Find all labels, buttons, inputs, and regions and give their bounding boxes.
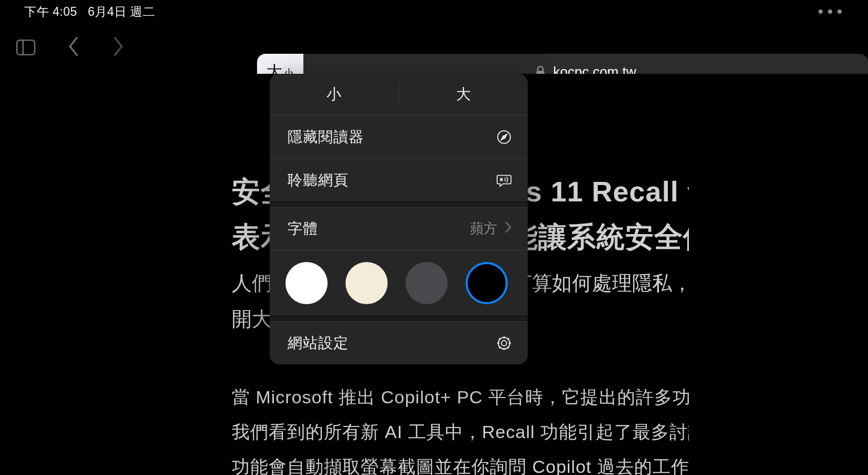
site-settings-label: 網站設定 — [288, 333, 349, 353]
text-size-segmented: 小 大 — [270, 74, 528, 115]
theme-sepia-swatch[interactable] — [346, 262, 388, 304]
article-body: 當 Microsoft 推出 Copilot+ PC 平台時，它提出的許多功能在… — [232, 380, 689, 475]
hide-reader-row[interactable]: 隱藏閱讀器 — [270, 115, 528, 158]
text-smaller-button[interactable]: 小 — [270, 74, 399, 115]
svg-rect-0 — [17, 40, 35, 54]
sidebar-toggle-icon[interactable] — [16, 37, 36, 60]
status-time: 下午 4:05 — [24, 4, 77, 20]
text-bigger-button[interactable]: 大 — [399, 74, 528, 115]
theme-black-swatch[interactable] — [466, 262, 508, 304]
group-separator — [270, 201, 528, 207]
theme-gray-swatch[interactable] — [406, 262, 448, 304]
status-bar: 下午 4:05 6月4日 週二 — [0, 0, 868, 23]
browser-toolbar: 大 小 kocpc.com.tw — [0, 23, 868, 74]
listen-label: 聆聽網頁 — [288, 170, 349, 190]
forward-button[interactable] — [112, 36, 124, 62]
back-button[interactable] — [67, 36, 80, 62]
site-settings-row[interactable]: 網站設定 — [270, 321, 528, 364]
chevron-right-icon — [505, 220, 512, 237]
multitask-dots-icon[interactable] — [818, 9, 842, 14]
theme-white-swatch[interactable] — [285, 262, 328, 304]
compass-icon — [496, 129, 512, 145]
svg-point-7 — [498, 337, 510, 349]
font-value: 蘋方 — [470, 219, 497, 238]
status-date: 6月4日 週二 — [88, 4, 155, 20]
group-separator-2 — [270, 316, 528, 321]
font-row[interactable]: 字體 蘋方 — [270, 207, 528, 250]
listen-webpage-row[interactable]: 聆聽網頁 — [270, 158, 528, 201]
theme-color-row — [270, 250, 528, 316]
svg-point-6 — [501, 341, 507, 346]
hide-reader-label: 隱藏閱讀器 — [288, 127, 364, 147]
gear-icon — [496, 335, 512, 351]
speech-bubble-audio-icon — [496, 172, 512, 188]
font-label: 字體 — [288, 219, 318, 239]
reader-settings-popover: 小 大 隱藏閱讀器 聆聽網頁 字體 — [270, 74, 528, 364]
